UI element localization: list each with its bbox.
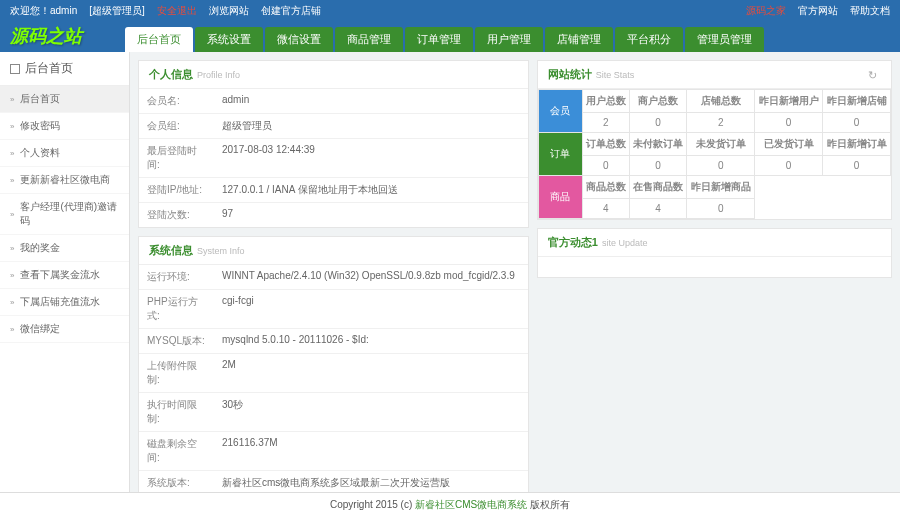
nav-bar: 源码之站 后台首页系统设置微信设置商品管理订单管理用户管理店铺管理平台积分管理员…	[0, 22, 900, 52]
sidebar-item-4[interactable]: »客户经理(代理商)邀请码	[0, 194, 129, 235]
stats-header: 商户总数	[629, 90, 686, 113]
info-value: mysqlnd 5.0.10 - 20111026 - $Id:	[214, 329, 528, 353]
sidebar-item-6[interactable]: »查看下属奖金流水	[0, 262, 129, 289]
stats-cell: 0	[823, 156, 891, 176]
sidebar-item-label: 个人资料	[20, 146, 60, 160]
info-row: 会员组:超级管理员	[139, 114, 528, 139]
stats-header: 店铺总数	[687, 90, 755, 113]
sidebar-title: 后台首页	[0, 52, 129, 86]
logout-link[interactable]: 安全退出	[157, 4, 197, 18]
welcome-text: 欢迎您！admin	[10, 4, 77, 18]
footer: Copyright 2015 (c) 新睿社区CMS微电商系统 版权所有	[0, 492, 900, 512]
info-row: 执行时间限制:30秒	[139, 393, 528, 432]
nav-tabs: 后台首页系统设置微信设置商品管理订单管理用户管理店铺管理平台积分管理员管理	[125, 27, 764, 52]
stats-header: 未付款订单	[629, 133, 686, 156]
system-title: 系统信息	[149, 244, 193, 256]
sidebar-item-label: 更新新睿社区微电商	[20, 173, 110, 187]
news-sub: site Update	[602, 238, 648, 248]
info-label: MYSQL版本:	[139, 329, 214, 353]
info-label: 磁盘剩余空间:	[139, 432, 214, 470]
info-value: 127.0.0.1 / IANA 保留地址用于本地回送	[214, 178, 528, 202]
sidebar-item-label: 查看下属奖金流水	[20, 268, 100, 282]
footer-rights: 版权所有	[527, 499, 570, 510]
news-title: 官方动态1	[548, 236, 598, 248]
info-value: 2M	[214, 354, 528, 392]
info-label: 最后登陆时间:	[139, 139, 214, 177]
stats-cell: 0	[755, 113, 823, 133]
info-value: admin	[214, 89, 528, 113]
profile-title: 个人信息	[149, 68, 193, 80]
help-link[interactable]: 帮助文档	[850, 4, 890, 18]
info-value: WINNT Apache/2.4.10 (Win32) OpenSSL/0.9.…	[214, 265, 528, 289]
stats-group: 商品	[538, 176, 582, 219]
info-value: 超级管理员	[214, 114, 528, 138]
sidebar-title-text: 后台首页	[25, 60, 73, 77]
nav-tab-6[interactable]: 店铺管理	[545, 27, 613, 52]
arrow-icon: »	[10, 176, 14, 185]
stats-header: 昨日新增订单	[823, 133, 891, 156]
sidebar-item-7[interactable]: »下属店铺充值流水	[0, 289, 129, 316]
sidebar-item-label: 后台首页	[20, 92, 60, 106]
stats-header: 用户总数	[582, 90, 629, 113]
nav-tab-3[interactable]: 商品管理	[335, 27, 403, 52]
home-link[interactable]: 源码之家	[746, 4, 786, 18]
footer-brand: 新睿社区CMS微电商系统	[415, 499, 527, 510]
browse-link[interactable]: 浏览网站	[209, 4, 249, 18]
stats-cell: 0	[755, 156, 823, 176]
sidebar-item-2[interactable]: »个人资料	[0, 140, 129, 167]
profile-panel: 个人信息Profile Info 会员名:admin会员组:超级管理员最后登陆时…	[138, 60, 529, 228]
stats-header: 昨日新增店铺	[823, 90, 891, 113]
home-icon	[10, 64, 20, 74]
system-panel: 系统信息System Info 运行环境:WINNT Apache/2.4.10…	[138, 236, 529, 496]
nav-tab-2[interactable]: 微信设置	[265, 27, 333, 52]
stats-header: 订单总数	[582, 133, 629, 156]
nav-tab-0[interactable]: 后台首页	[125, 27, 193, 52]
stats-cell: 0	[687, 199, 755, 219]
info-label: 会员组:	[139, 114, 214, 138]
info-value: 30秒	[214, 393, 528, 431]
create-shop-link[interactable]: 创建官方店铺	[261, 4, 321, 18]
info-row: 会员名:admin	[139, 89, 528, 114]
stats-header: 昨日新增商品	[687, 176, 755, 199]
stats-header: 在售商品数	[629, 176, 686, 199]
sidebar-item-3[interactable]: »更新新睿社区微电商	[0, 167, 129, 194]
sidebar: 后台首页 »后台首页»修改密码»个人资料»更新新睿社区微电商»客户经理(代理商)…	[0, 52, 130, 512]
sidebar-item-5[interactable]: »我的奖金	[0, 235, 129, 262]
info-row: 登陆次数:97	[139, 203, 528, 227]
stats-cell: 4	[582, 199, 629, 219]
logo: 源码之站	[10, 24, 125, 52]
arrow-icon: »	[10, 244, 14, 253]
stats-cell: 2	[687, 113, 755, 133]
stats-panel: 网站统计Site Stats ↻ 会员用户总数商户总数店铺总数昨日新增用户昨日新…	[537, 60, 892, 220]
nav-tab-7[interactable]: 平台积分	[615, 27, 683, 52]
info-label: PHP运行方式:	[139, 290, 214, 328]
info-value: 216116.37M	[214, 432, 528, 470]
stats-group: 订单	[538, 133, 582, 176]
info-row: 磁盘剩余空间:216116.37M	[139, 432, 528, 471]
stats-header: 商品总数	[582, 176, 629, 199]
stats-header: 已发货订单	[755, 133, 823, 156]
arrow-icon: »	[10, 122, 14, 131]
info-value: cgi-fcgi	[214, 290, 528, 328]
stats-cell: 0	[582, 156, 629, 176]
sidebar-item-1[interactable]: »修改密码	[0, 113, 129, 140]
sidebar-item-label: 客户经理(代理商)邀请码	[20, 200, 119, 228]
role-text: [超级管理员]	[89, 4, 145, 18]
info-row: MYSQL版本:mysqlnd 5.0.10 - 20111026 - $Id:	[139, 329, 528, 354]
official-link[interactable]: 官方网站	[798, 4, 838, 18]
info-value: 2017-08-03 12:44:39	[214, 139, 528, 177]
nav-tab-1[interactable]: 系统设置	[195, 27, 263, 52]
info-label: 会员名:	[139, 89, 214, 113]
stats-cell: 0	[629, 156, 686, 176]
refresh-icon[interactable]: ↻	[864, 67, 881, 84]
info-value: 97	[214, 203, 528, 227]
info-row: 登陆IP/地址:127.0.0.1 / IANA 保留地址用于本地回送	[139, 178, 528, 203]
nav-tab-5[interactable]: 用户管理	[475, 27, 543, 52]
sidebar-item-8[interactable]: »微信绑定	[0, 316, 129, 343]
stats-cell: 4	[629, 199, 686, 219]
nav-tab-4[interactable]: 订单管理	[405, 27, 473, 52]
profile-sub: Profile Info	[197, 70, 240, 80]
arrow-icon: »	[10, 149, 14, 158]
sidebar-item-0[interactable]: »后台首页	[0, 86, 129, 113]
nav-tab-8[interactable]: 管理员管理	[685, 27, 764, 52]
